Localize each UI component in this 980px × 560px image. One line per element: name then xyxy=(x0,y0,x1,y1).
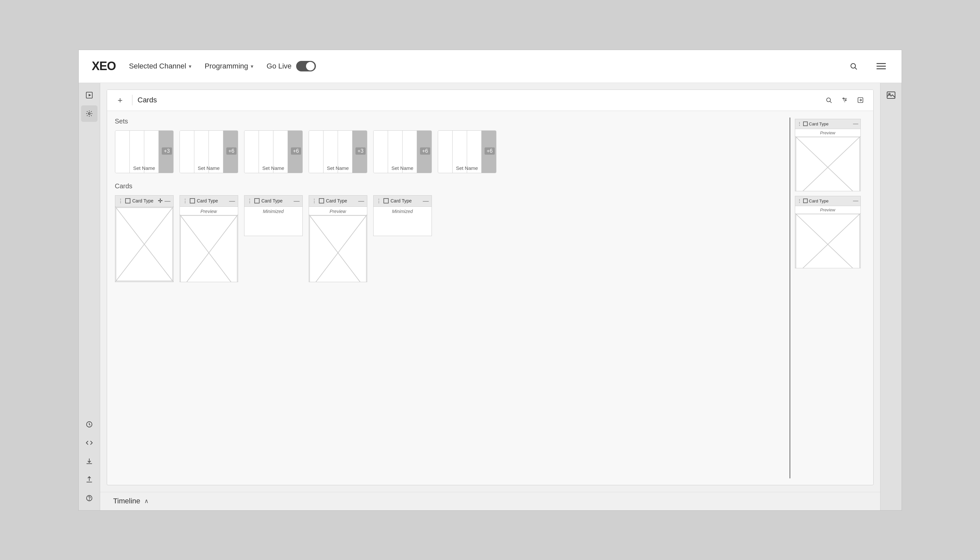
programming-label: Programming xyxy=(205,62,248,70)
set-badge: +3 xyxy=(356,147,365,154)
card-collapse-button[interactable]: — xyxy=(294,198,300,205)
cards-panel: + Cards xyxy=(107,90,873,485)
svg-point-7 xyxy=(88,113,90,115)
drag-handle[interactable]: ⋮ xyxy=(797,121,802,127)
card-header: ⋮ Card Type — xyxy=(180,195,238,207)
drag-handle[interactable]: ⋮ xyxy=(376,198,381,204)
drag-handle[interactable]: ⋮ xyxy=(797,198,802,203)
cards-row: ⋮ Card Type ✛ — xyxy=(115,195,783,282)
svg-line-33 xyxy=(795,213,860,268)
side-card-mode-label: Preview xyxy=(795,206,860,212)
svg-line-29 xyxy=(795,136,860,191)
add-button[interactable]: + xyxy=(114,93,127,107)
drag-handle[interactable]: ⋮ xyxy=(312,198,317,204)
sidebar-icon-download[interactable] xyxy=(81,453,97,470)
programming-nav[interactable]: Programming ▾ xyxy=(205,62,253,70)
card-item[interactable]: ⋮ Card Type — Preview xyxy=(309,195,367,282)
sidebar-icon-code[interactable] xyxy=(81,435,97,451)
go-live-toggle[interactable] xyxy=(296,61,316,72)
set-name: Set Name xyxy=(374,165,432,171)
card-checkbox[interactable] xyxy=(384,198,389,203)
card-mode-label: Minimized xyxy=(374,207,432,214)
drag-handle[interactable]: ⋮ xyxy=(247,198,252,204)
set-name: Set Name xyxy=(309,165,367,171)
card-placeholder xyxy=(180,215,238,282)
app-logo: XEO xyxy=(92,59,116,73)
card-header: ⋮ Card Type — xyxy=(309,195,367,207)
set-card[interactable]: +6 Set Name xyxy=(438,130,496,173)
set-card[interactable]: +3 Set Name xyxy=(115,130,174,173)
svg-rect-28 xyxy=(309,215,366,282)
card-type-label: Card Type xyxy=(262,198,292,203)
cards-section-label: Cards xyxy=(115,182,783,190)
right-sidebar xyxy=(880,83,902,510)
set-card[interactable]: +6 Set Name xyxy=(244,130,303,173)
drag-handle[interactable]: ⋮ xyxy=(182,198,188,204)
card-placeholder xyxy=(795,136,860,191)
card-type-label: Card Type xyxy=(132,198,156,203)
set-badge: +6 xyxy=(484,147,494,154)
card-checkbox[interactable] xyxy=(803,198,808,203)
side-card[interactable]: ⋮ Card Type — Preview xyxy=(795,196,861,268)
sidebar-icon-upload[interactable] xyxy=(81,472,97,488)
card-add-button[interactable]: ✛ xyxy=(158,197,163,205)
search-nav-button[interactable] xyxy=(846,59,861,73)
svg-line-30 xyxy=(795,136,860,191)
set-card[interactable]: +3 Set Name xyxy=(309,130,367,173)
card-mode-label: Preview xyxy=(309,207,367,214)
set-badge: +6 xyxy=(226,147,236,154)
sets-section-label: Sets xyxy=(115,118,783,125)
card-collapse-button[interactable]: — xyxy=(853,121,858,127)
main-layout: Settings xyxy=(79,83,902,510)
panel-filter-button[interactable] xyxy=(838,94,851,106)
sidebar-icon-settings[interactable]: Settings xyxy=(81,105,97,122)
selected-channel-chevron: ▾ xyxy=(189,63,191,70)
selected-channel-nav[interactable]: Selected Channel ▾ xyxy=(129,62,192,70)
set-badge: +6 xyxy=(291,147,301,154)
sets-row: +3 Set Name xyxy=(115,130,783,173)
card-collapse-button[interactable]: — xyxy=(423,198,429,205)
card-collapse-button[interactable]: — xyxy=(853,198,858,204)
card-type-label: Card Type xyxy=(326,198,356,203)
card-checkbox[interactable] xyxy=(190,198,195,203)
svg-line-23 xyxy=(180,215,238,282)
card-item[interactable]: ⋮ Card Type ✛ — xyxy=(115,195,174,282)
panel-sort-button[interactable] xyxy=(854,94,866,106)
card-body-preview xyxy=(115,207,174,282)
set-card[interactable]: +6 Set Name xyxy=(373,130,432,173)
sidebar-icon-help[interactable] xyxy=(81,490,97,506)
right-sidebar-icon-image[interactable] xyxy=(883,87,899,103)
sidebar-icon-play[interactable] xyxy=(81,87,97,103)
card-item[interactable]: ⋮ Card Type — Minimized xyxy=(373,195,432,282)
card-checkbox[interactable] xyxy=(803,122,808,126)
go-live-label: Go Live xyxy=(267,62,292,70)
svg-point-11 xyxy=(826,98,830,102)
drag-handle[interactable]: ⋮ xyxy=(118,198,123,204)
card-collapse-button[interactable]: — xyxy=(165,198,170,205)
left-content: Sets +3 xyxy=(115,118,783,478)
svg-point-16 xyxy=(843,98,844,99)
side-card-body: Preview xyxy=(795,129,861,191)
svg-line-32 xyxy=(795,213,860,268)
timeline-chevron[interactable]: ∧ xyxy=(144,497,149,505)
timeline-bar: Timeline ∧ xyxy=(100,492,880,510)
programming-chevron: ▾ xyxy=(251,63,253,70)
timeline-label: Timeline xyxy=(114,497,140,505)
svg-point-17 xyxy=(845,100,846,100)
card-item[interactable]: ⋮ Card Type — Minimized xyxy=(244,195,303,282)
side-card-mode-label: Preview xyxy=(795,129,860,135)
card-checkbox[interactable] xyxy=(319,198,324,203)
selected-channel-label: Selected Channel xyxy=(129,62,187,70)
card-checkbox[interactable] xyxy=(254,198,260,203)
set-card[interactable]: +6 Set Name xyxy=(180,130,238,173)
card-collapse-button[interactable]: — xyxy=(229,198,235,205)
card-collapse-button[interactable]: — xyxy=(358,198,364,205)
panel-search-button[interactable] xyxy=(823,94,835,106)
svg-line-12 xyxy=(830,102,831,103)
sidebar-icon-history[interactable] xyxy=(81,416,97,433)
side-card[interactable]: ⋮ Card Type — Preview xyxy=(795,119,861,191)
card-checkbox[interactable] xyxy=(125,198,130,203)
card-header: ⋮ Card Type — xyxy=(373,195,432,207)
menu-nav-button[interactable] xyxy=(874,59,888,73)
card-item[interactable]: ⋮ Card Type — Preview xyxy=(180,195,238,282)
